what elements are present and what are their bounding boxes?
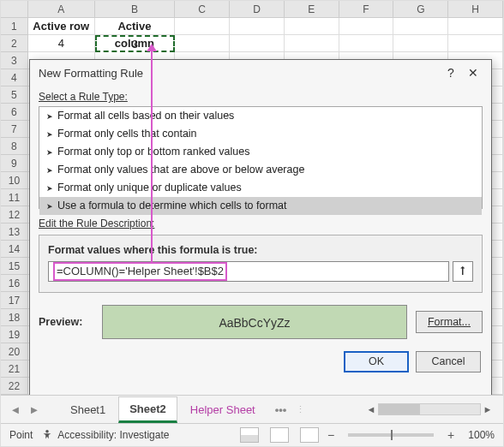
hscroll-thumb[interactable]	[379, 404, 420, 414]
cell[interactable]	[230, 18, 285, 35]
cell[interactable]	[339, 18, 394, 35]
new-formatting-rule-dialog: New Formatting Rule ? ✕ Select a Rule Ty…	[29, 59, 492, 396]
row-header[interactable]: 16	[1, 275, 28, 292]
row-header[interactable]: 15	[1, 258, 28, 275]
zoom-level[interactable]: 100%	[468, 429, 495, 441]
sheet-tabs-bar: ◄ ► Sheet1 Sheet2 Helper Sheet ••• ⋮ ◄ ►	[1, 395, 503, 423]
cell[interactable]	[393, 35, 448, 52]
col-header[interactable]: F	[339, 1, 394, 18]
row-header[interactable]: 2	[1, 35, 28, 52]
row-header[interactable]: 6	[1, 104, 28, 121]
row-header[interactable]: 4	[1, 69, 28, 86]
row-header[interactable]: 14	[1, 241, 28, 258]
rule-description-box: Format values where this formula is true…	[39, 235, 483, 293]
cell-B2-selected[interactable]: 3	[95, 35, 176, 52]
zoom-slider[interactable]	[348, 433, 434, 437]
col-header[interactable]: G	[393, 1, 448, 18]
cell-B1[interactable]: Active column	[95, 18, 176, 35]
edit-rule-description-label: Edit the Rule Description:	[30, 209, 491, 235]
preview-label: Preview:	[39, 316, 93, 328]
ok-button[interactable]: OK	[344, 351, 409, 372]
col-header[interactable]: B	[95, 1, 176, 18]
row-header[interactable]: 13	[1, 224, 28, 241]
sheet-tab-active[interactable]: Sheet2	[118, 396, 177, 423]
rule-type-item[interactable]: Format all cells based on their values	[39, 107, 482, 125]
row-header[interactable]: 17	[1, 292, 28, 309]
formula-value: =COLUMN()='Helper Sheet'!$B$2	[53, 262, 227, 281]
tab-separator: ⋮	[293, 404, 308, 415]
cell[interactable]	[339, 35, 394, 52]
rule-type-item[interactable]: Format only unique or duplicate values	[39, 179, 482, 197]
cell-A2[interactable]: 4	[28, 35, 95, 52]
col-header[interactable]: H	[448, 1, 503, 18]
row-header[interactable]: 20	[1, 343, 28, 361]
tab-nav-next-icon[interactable]: ►	[25, 403, 44, 416]
accessibility-icon	[41, 429, 53, 441]
format-button[interactable]: Format...	[416, 311, 483, 333]
rule-type-item[interactable]: Format only top or bottom ranked values	[39, 143, 482, 161]
hscroll-track[interactable]	[378, 403, 481, 415]
row-header[interactable]: 9	[1, 155, 28, 172]
row-header[interactable]: 19	[1, 326, 28, 343]
row-header[interactable]: 22	[1, 378, 28, 395]
cell[interactable]	[230, 35, 285, 52]
row-header[interactable]: 21	[1, 361, 28, 378]
cell[interactable]	[285, 18, 339, 35]
close-button[interactable]: ✕	[462, 62, 484, 84]
row-header[interactable]: 11	[1, 189, 28, 206]
help-button[interactable]: ?	[440, 62, 462, 84]
preview-sample: AaBbCcYyZz	[102, 305, 407, 339]
hscroll-left-icon[interactable]: ◄	[364, 404, 378, 414]
row-header[interactable]: 10	[1, 172, 28, 189]
mode-indicator: Point	[9, 429, 33, 441]
cell[interactable]	[175, 35, 230, 52]
sheet-tab-helper[interactable]: Helper Sheet	[179, 397, 267, 422]
col-header[interactable]: A	[28, 1, 95, 18]
cell[interactable]	[175, 18, 230, 35]
view-normal-icon[interactable]	[240, 427, 259, 443]
row-header[interactable]: 1	[1, 18, 28, 35]
cell[interactable]	[393, 18, 448, 35]
formula-label: Format values where this formula is true…	[48, 244, 473, 256]
row-header[interactable]: 12	[1, 206, 28, 224]
rule-type-list[interactable]: Format all cells based on their values F…	[39, 106, 483, 209]
zoom-out-icon[interactable]: −	[327, 428, 334, 442]
collapse-dialog-icon[interactable]: 🠕	[453, 261, 473, 282]
svg-point-0	[46, 430, 50, 433]
more-tabs-icon[interactable]: •••	[268, 403, 294, 416]
formula-input[interactable]: =COLUMN()='Helper Sheet'!$B$2	[48, 261, 449, 282]
cancel-button[interactable]: Cancel	[416, 351, 481, 372]
status-bar: Point Accessibility: Investigate − + 100…	[1, 423, 503, 446]
rule-type-item[interactable]: Format only values that are above or bel…	[39, 161, 482, 179]
cell[interactable]	[448, 18, 503, 35]
row-header[interactable]: 18	[1, 309, 28, 326]
row-header[interactable]: 3	[1, 52, 28, 69]
select-all-corner[interactable]	[1, 1, 28, 18]
hscroll-right-icon[interactable]: ►	[481, 404, 495, 414]
select-rule-type-label: Select a Rule Type:	[30, 86, 491, 106]
row-header[interactable]: 8	[1, 138, 28, 155]
dialog-title: New Formatting Rule	[39, 67, 143, 80]
col-header[interactable]: C	[175, 1, 230, 18]
zoom-in-icon[interactable]: +	[447, 428, 454, 442]
cell-A1[interactable]: Active row	[28, 18, 95, 35]
accessibility-status[interactable]: Accessibility: Investigate	[41, 429, 169, 441]
sheet-tab[interactable]: Sheet1	[59, 397, 117, 422]
cell[interactable]	[448, 35, 503, 52]
cell[interactable]	[285, 35, 339, 52]
row-header[interactable]: 5	[1, 86, 28, 104]
col-header[interactable]: D	[230, 1, 285, 18]
row-header[interactable]: 7	[1, 121, 28, 138]
view-page-break-icon[interactable]	[300, 427, 319, 443]
tab-nav-prev-icon[interactable]: ◄	[6, 403, 25, 416]
view-page-layout-icon[interactable]	[270, 427, 289, 443]
col-header[interactable]: E	[285, 1, 339, 18]
rule-type-item[interactable]: Format only cells that contain	[39, 125, 482, 143]
